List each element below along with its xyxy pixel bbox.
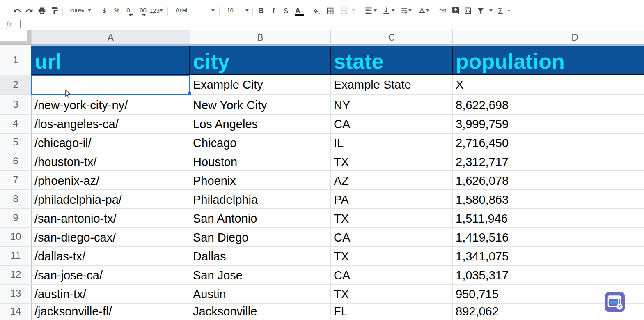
svg-text:<MPC>: <MPC> (607, 300, 619, 304)
svg-text:?: ? (618, 304, 621, 309)
